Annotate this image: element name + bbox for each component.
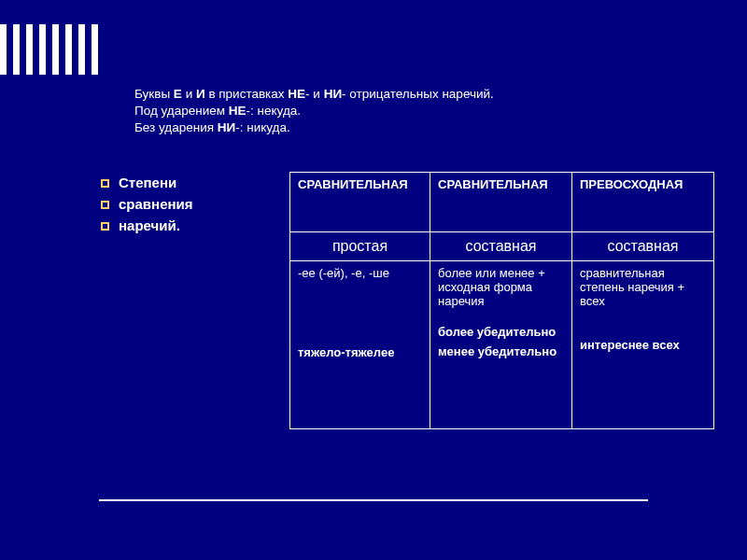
text: Буквы bbox=[134, 87, 174, 101]
text-bold: Е bbox=[174, 87, 182, 101]
text: -: никуда. bbox=[235, 120, 290, 134]
bullet-item: сравнения bbox=[101, 196, 278, 212]
table-body-cell: сравнительная степень наречия + всех инт… bbox=[572, 261, 714, 429]
bullet-square-icon bbox=[101, 201, 109, 209]
text: -: некуда. bbox=[247, 104, 301, 118]
text-bold: НЕ bbox=[229, 104, 247, 118]
bullet-square-icon bbox=[101, 179, 109, 188]
horizontal-rule bbox=[99, 499, 648, 501]
table-subheader-cell: простая bbox=[290, 232, 430, 261]
decorative-stripes bbox=[0, 24, 98, 75]
bullet-label: сравнения bbox=[119, 196, 193, 212]
table-header-cell: СРАВНИТЕЛЬНАЯ bbox=[290, 173, 430, 232]
text: Под ударением bbox=[134, 104, 229, 118]
table-header-cell: СРАВНИТЕЛЬНАЯ bbox=[430, 173, 572, 232]
title-line-1: Буквы Е и И в приставках НЕ- и НИ- отриц… bbox=[134, 86, 639, 103]
text: - отрицательных наречий. bbox=[342, 87, 494, 101]
cell-example: интереснее всех bbox=[580, 338, 706, 352]
table-subheader-cell: составная bbox=[572, 232, 714, 261]
cell-description: более или менее + исходная форма наречия bbox=[438, 266, 545, 308]
text: Без ударения bbox=[134, 120, 218, 134]
text: и bbox=[182, 87, 196, 101]
table-subheader-row: простая составная составная bbox=[290, 232, 714, 261]
table-body-cell: -ее (-ей), -е, -ше тяжело-тяжелее bbox=[290, 261, 430, 429]
text-bold: НЕ bbox=[288, 87, 305, 101]
bullet-label: наречий. bbox=[119, 217, 180, 233]
comparison-table: СРАВНИТЕЛЬНАЯ СРАВНИТЕЛЬНАЯ ПРЕВОСХОДНАЯ… bbox=[289, 172, 714, 429]
text: - и bbox=[305, 87, 324, 101]
bullet-list: Степени сравнения наречий. bbox=[101, 175, 278, 239]
table-header-cell: ПРЕВОСХОДНАЯ bbox=[572, 173, 714, 232]
bullet-item: наречий. bbox=[101, 217, 278, 233]
text-bold: НИ bbox=[218, 120, 235, 134]
table-body-cell: более или менее + исходная форма наречия… bbox=[430, 261, 572, 429]
cell-description: -ее (-ей), -е, -ше bbox=[298, 266, 389, 280]
text-bold: НИ bbox=[324, 87, 342, 101]
table-subheader-cell: составная bbox=[430, 232, 572, 261]
bullet-item: Степени bbox=[101, 175, 278, 190]
cell-description: сравнительная степень наречия + всех bbox=[580, 266, 684, 308]
title-line-2: Под ударением НЕ-: некуда. bbox=[134, 103, 639, 119]
slide-title: Буквы Е и И в приставках НЕ- и НИ- отриц… bbox=[134, 86, 639, 137]
cell-example: тяжело-тяжелее bbox=[298, 345, 422, 359]
table-header-row: СРАВНИТЕЛЬНАЯ СРАВНИТЕЛЬНАЯ ПРЕВОСХОДНАЯ bbox=[290, 173, 714, 232]
text: в приставках bbox=[205, 87, 289, 101]
table-body-row: -ее (-ей), -е, -ше тяжело-тяжелее более … bbox=[290, 261, 714, 429]
bullet-label: Степени bbox=[119, 175, 176, 190]
title-line-3: Без ударения НИ-: никуда. bbox=[134, 119, 639, 136]
cell-example: более убедительно bbox=[438, 325, 564, 339]
text-bold: И bbox=[196, 87, 205, 101]
bullet-square-icon bbox=[101, 222, 109, 231]
cell-example: менее убедительно bbox=[438, 344, 564, 358]
